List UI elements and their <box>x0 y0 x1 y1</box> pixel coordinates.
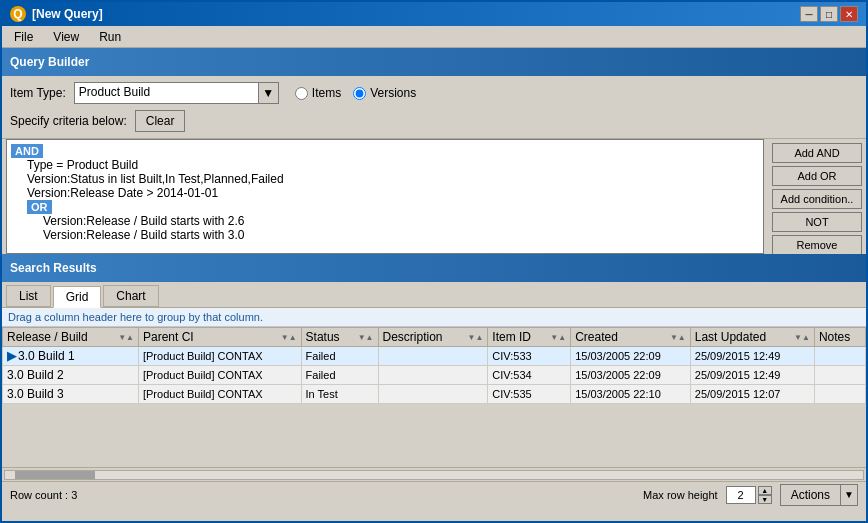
filter-icon-lastupdated[interactable]: ▼▲ <box>794 333 810 342</box>
scrollbar-thumb[interactable] <box>15 471 95 479</box>
drag-hint: Drag a column header here to group by th… <box>2 308 866 327</box>
col-header-description[interactable]: Description▼▲ <box>378 328 488 347</box>
col-header-lastupdated[interactable]: Last Updated▼▲ <box>690 328 814 347</box>
condition-line-5: Version:Release / Build starts with 3.0 <box>43 228 244 242</box>
col-header-itemid[interactable]: Item ID▼▲ <box>488 328 571 347</box>
cell-description-1 <box>378 347 488 366</box>
menu-file[interactable]: File <box>6 28 41 46</box>
cell-itemid-3: CIV:535 <box>488 385 571 404</box>
main-content: Query Builder Item Type: Product Build ▼… <box>2 48 866 521</box>
cell-parentci-2: [Product Build] CONTAX <box>138 366 301 385</box>
condition-buttons: Add AND Add OR Add condition.. NOT Remov… <box>768 139 866 254</box>
query-builder-title: Query Builder <box>10 55 89 69</box>
table-row[interactable]: 3.0 Build 3 [Product Build] CONTAX In Te… <box>3 385 866 404</box>
cell-created-2: 15/03/2005 22:09 <box>571 366 691 385</box>
cell-itemid-2: CIV:534 <box>488 366 571 385</box>
or-node: OR Version:Release / Build starts with 2… <box>11 200 759 242</box>
cell-description-2 <box>378 366 488 385</box>
col-header-release[interactable]: Release / Build▼▲ <box>3 328 139 347</box>
cell-created-3: 15/03/2005 22:10 <box>571 385 691 404</box>
title-bar-left: Q [New Query] <box>10 6 103 22</box>
tree-line-1: Type = Product Build <box>11 158 759 172</box>
col-header-status[interactable]: Status▼▲ <box>301 328 378 347</box>
close-button[interactable]: ✕ <box>840 6 858 22</box>
add-condition-button[interactable]: Add condition.. <box>772 189 862 209</box>
filter-icon-parentci[interactable]: ▼▲ <box>281 333 297 342</box>
condition-line-1: Type = Product Build <box>27 158 138 172</box>
cell-lastupdated-1: 25/09/2015 12:49 <box>690 347 814 366</box>
cell-description-3 <box>378 385 488 404</box>
criteria-row: Specify criteria below: Clear <box>10 110 858 132</box>
filter-icon-description[interactable]: ▼▲ <box>467 333 483 342</box>
cell-notes-2 <box>814 366 865 385</box>
radio-versions-input[interactable] <box>353 87 366 100</box>
col-header-notes[interactable]: Notes <box>814 328 865 347</box>
item-type-input[interactable]: Product Build <box>74 82 259 104</box>
row-indicator-1: ▶ <box>7 349 16 363</box>
menu-bar: File View Run <box>2 26 866 48</box>
scrollbar-track[interactable] <box>4 470 864 480</box>
filter-icon-release[interactable]: ▼▲ <box>118 333 134 342</box>
cell-parentci-3: [Product Build] CONTAX <box>138 385 301 404</box>
status-bar: Row count : 3 Max row height 2 ▲ ▼ Actio… <box>2 481 866 507</box>
table-row[interactable]: 3.0 Build 2 [Product Build] CONTAX Faile… <box>3 366 866 385</box>
and-node: AND Type = Product Build Version:Status … <box>11 144 759 242</box>
cell-release-1: ▶3.0 Build 1 <box>3 347 139 366</box>
title-bar: Q [New Query] ─ □ ✕ <box>2 2 866 26</box>
item-type-dropdown-arrow[interactable]: ▼ <box>259 82 279 104</box>
item-type-label: Item Type: <box>10 86 66 100</box>
remove-button[interactable]: Remove <box>772 235 862 255</box>
radio-versions-label: Versions <box>370 86 416 100</box>
add-or-button[interactable]: Add OR <box>772 166 862 186</box>
app-icon: Q <box>10 6 26 22</box>
tab-list[interactable]: List <box>6 285 51 307</box>
col-header-created[interactable]: Created▼▲ <box>571 328 691 347</box>
table-row[interactable]: ▶3.0 Build 1 [Product Build] CONTAX Fail… <box>3 347 866 366</box>
tab-grid[interactable]: Grid <box>53 286 102 308</box>
filter-icon-status[interactable]: ▼▲ <box>358 333 374 342</box>
filter-icon-created[interactable]: ▼▲ <box>670 333 686 342</box>
table-wrapper[interactable]: Release / Build▼▲ Parent CI▼▲ Status▼▲ D… <box>2 327 866 467</box>
col-header-parentci[interactable]: Parent CI▼▲ <box>138 328 301 347</box>
cell-itemid-1: CIV:533 <box>488 347 571 366</box>
spinner-down[interactable]: ▼ <box>758 495 772 504</box>
radio-items[interactable]: Items <box>295 86 341 100</box>
row-height-control: 2 ▲ ▼ <box>726 486 772 504</box>
actions-button[interactable]: Actions <box>780 484 840 506</box>
restore-button[interactable]: □ <box>820 6 838 22</box>
cell-lastupdated-2: 25/09/2015 12:49 <box>690 366 814 385</box>
radio-items-label: Items <box>312 86 341 100</box>
cell-status-3: In Test <box>301 385 378 404</box>
row-count: Row count : 3 <box>10 489 77 501</box>
tab-chart[interactable]: Chart <box>103 285 158 307</box>
clear-button[interactable]: Clear <box>135 110 186 132</box>
menu-run[interactable]: Run <box>91 28 129 46</box>
spinner-up[interactable]: ▲ <box>758 486 772 495</box>
table-header-row: Release / Build▼▲ Parent CI▼▲ Status▼▲ D… <box>3 328 866 347</box>
not-button[interactable]: NOT <box>772 212 862 232</box>
cell-notes-3 <box>814 385 865 404</box>
radio-items-input[interactable] <box>295 87 308 100</box>
add-and-button[interactable]: Add AND <box>772 143 862 163</box>
tabs-row: List Grid Chart <box>2 282 866 308</box>
query-builder-section: Item Type: Product Build ▼ Items Version… <box>2 76 866 139</box>
filter-icon-itemid[interactable]: ▼▲ <box>550 333 566 342</box>
menu-view[interactable]: View <box>45 28 87 46</box>
tree-line-3: Version:Release Date > 2014-01-01 <box>11 186 759 200</box>
max-row-label: Max row height <box>643 489 718 501</box>
cell-status-1: Failed <box>301 347 378 366</box>
results-table: Release / Build▼▲ Parent CI▼▲ Status▼▲ D… <box>2 327 866 404</box>
cell-lastupdated-3: 25/09/2015 12:07 <box>690 385 814 404</box>
tree-line-2: Version:Status in list Built,In Test,Pla… <box>11 172 759 186</box>
actions-dropdown-arrow[interactable]: ▼ <box>840 484 858 506</box>
minimize-button[interactable]: ─ <box>800 6 818 22</box>
horizontal-scrollbar[interactable] <box>2 467 866 481</box>
spinners: ▲ ▼ <box>758 486 772 504</box>
condition-line-4: Version:Release / Build starts with 2.6 <box>43 214 244 228</box>
item-type-select: Product Build ▼ <box>74 82 279 104</box>
cell-status-2: Failed <box>301 366 378 385</box>
cell-parentci-1: [Product Build] CONTAX <box>138 347 301 366</box>
and-label: AND <box>11 144 43 158</box>
radio-versions[interactable]: Versions <box>353 86 416 100</box>
row-height-input[interactable]: 2 <box>726 486 756 504</box>
